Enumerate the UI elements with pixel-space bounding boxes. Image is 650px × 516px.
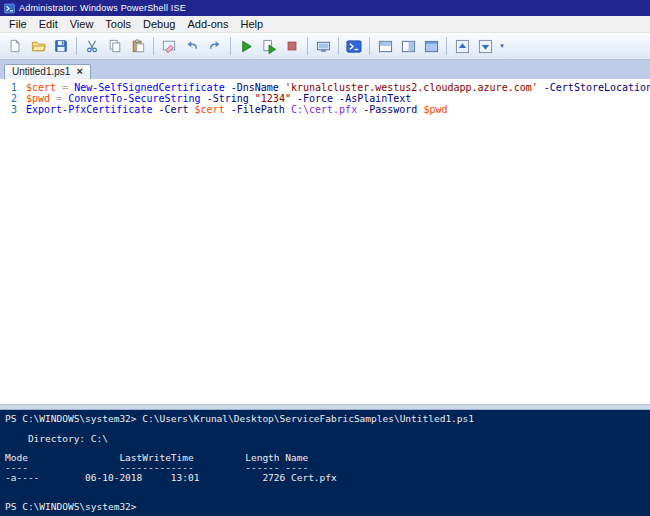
clear-console-pane-button[interactable] bbox=[158, 35, 180, 57]
show-script-pane-down-button[interactable] bbox=[474, 35, 496, 57]
console-line: PS C:\WINDOWS\system32> C:\Users\Krunal\… bbox=[5, 414, 645, 424]
show-script-pane-top-button[interactable] bbox=[374, 35, 396, 57]
menu-addons[interactable]: Add-ons bbox=[181, 17, 234, 31]
toolbar-separator bbox=[307, 37, 308, 55]
tab-bar: Untitled1.ps1 × bbox=[0, 60, 650, 79]
toolbar-overflow-chevron[interactable]: ▾ bbox=[497, 35, 507, 57]
run-selection-button[interactable] bbox=[258, 35, 280, 57]
tab-label: Untitled1.ps1 bbox=[12, 66, 70, 77]
line-number: 3 bbox=[0, 104, 26, 115]
editor-lines: 1$cert = New-SelfSignedCertificate -DnsN… bbox=[0, 82, 650, 115]
menu-help[interactable]: Help bbox=[234, 17, 269, 31]
redo-button[interactable] bbox=[204, 35, 226, 57]
show-script-pane-maximized-button[interactable] bbox=[420, 35, 442, 57]
start-powershell-exe-button[interactable] bbox=[343, 35, 365, 57]
line-number: 1 bbox=[0, 82, 26, 93]
powershell-ise-window: Administrator: Windows PowerShell ISE Fi… bbox=[0, 0, 650, 516]
console-pane[interactable]: PS C:\WINDOWS\system32> C:\Users\Krunal\… bbox=[0, 410, 650, 516]
console-line bbox=[5, 483, 645, 493]
title-bar[interactable]: Administrator: Windows PowerShell ISE bbox=[0, 0, 650, 16]
console-line: Directory: C:\ bbox=[5, 434, 645, 444]
menu-tools[interactable]: Tools bbox=[99, 17, 137, 31]
run-script-button[interactable] bbox=[235, 35, 257, 57]
toolbar-separator bbox=[230, 37, 231, 55]
copy-button[interactable] bbox=[104, 35, 126, 57]
toolbar-separator bbox=[153, 37, 154, 55]
menu-bar: FileEditViewToolsDebugAdd-onsHelp bbox=[0, 16, 650, 33]
code-line[interactable]: 1$cert = New-SelfSignedCertificate -DnsN… bbox=[0, 82, 650, 93]
toolbar-separator bbox=[76, 37, 77, 55]
tab-untitled1[interactable]: Untitled1.ps1 × bbox=[4, 64, 91, 79]
toolbar-separator bbox=[338, 37, 339, 55]
stop-operation-button[interactable] bbox=[281, 35, 303, 57]
console-output: PS C:\WINDOWS\system32> C:\Users\Krunal\… bbox=[5, 414, 645, 512]
menu-view[interactable]: View bbox=[64, 17, 100, 31]
show-script-pane-up-button[interactable] bbox=[451, 35, 473, 57]
cut-button[interactable] bbox=[81, 35, 103, 57]
toolbar-separator bbox=[446, 37, 447, 55]
show-script-pane-right-button[interactable] bbox=[397, 35, 419, 57]
toolbar-separator bbox=[369, 37, 370, 55]
save-script-button[interactable] bbox=[50, 35, 72, 57]
script-editor-pane[interactable]: 1$cert = New-SelfSignedCertificate -DnsN… bbox=[0, 79, 650, 404]
new-script-button[interactable] bbox=[4, 35, 26, 57]
menu-edit[interactable]: Edit bbox=[33, 17, 64, 31]
console-line: -a---- 06-10-2018 13:01 2726 Cert.pfx bbox=[5, 473, 645, 483]
console-line: PS C:\WINDOWS\system32> bbox=[5, 502, 645, 512]
paste-button[interactable] bbox=[127, 35, 149, 57]
toolbar: ▾ bbox=[0, 33, 650, 60]
new-remote-powershell-tab-button[interactable] bbox=[312, 35, 334, 57]
open-script-button[interactable] bbox=[27, 35, 49, 57]
menu-debug[interactable]: Debug bbox=[137, 17, 181, 31]
window-title: Administrator: Windows PowerShell ISE bbox=[19, 3, 186, 13]
code-text: Export-PfxCertificate -Cert $cert -FileP… bbox=[26, 104, 447, 115]
undo-button[interactable] bbox=[181, 35, 203, 57]
menu-file[interactable]: File bbox=[3, 17, 33, 31]
powershell-app-icon bbox=[4, 3, 15, 14]
code-line[interactable]: 2$pwd = ConvertTo-SecureString -String "… bbox=[0, 93, 650, 104]
tab-close-icon[interactable]: × bbox=[76, 67, 82, 76]
code-text: $cert = New-SelfSignedCertificate -DnsNa… bbox=[26, 82, 650, 93]
code-text: $pwd = ConvertTo-SecureString -String "1… bbox=[26, 93, 411, 104]
code-line[interactable]: 3Export-PfxCertificate -Cert $cert -File… bbox=[0, 104, 650, 115]
line-number: 2 bbox=[0, 93, 26, 104]
